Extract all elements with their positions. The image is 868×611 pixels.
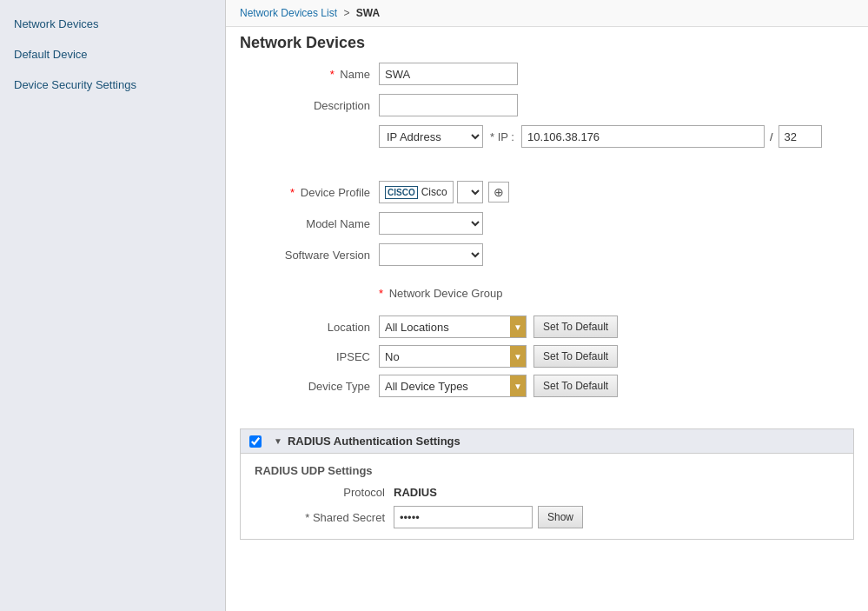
required-star-name: * [330, 68, 335, 81]
software-version-row: Software Version [240, 243, 854, 266]
ipsec-label: IPSEC [240, 350, 379, 363]
ipsec-row: IPSEC No ▼ Set To Default [240, 345, 854, 368]
radius-header: ▼ RADIUS Authentication Settings [241, 429, 853, 454]
location-dropdown[interactable]: All Locations ▼ [379, 315, 527, 338]
spacer2 [240, 169, 854, 181]
globe-button[interactable]: ⊕ [488, 182, 509, 203]
ip-label: * IP : [490, 130, 514, 143]
name-input[interactable] [379, 63, 518, 85]
protocol-row: Protocol RADIUS [255, 486, 839, 499]
software-version-label: Software Version [240, 249, 379, 262]
breadcrumb-separator: > [343, 7, 349, 19]
sidebar-item-device-security-settings[interactable]: Device Security Settings [0, 70, 225, 100]
ipsec-dropdown[interactable]: No ▼ [379, 345, 527, 368]
radius-title: RADIUS Authentication Settings [288, 435, 461, 448]
radius-udp-title: RADIUS UDP Settings [255, 464, 839, 477]
main-content: Network Devices List > SWA Network Devic… [226, 0, 868, 611]
name-label: * Name [240, 68, 379, 81]
model-name-select[interactable] [379, 212, 483, 235]
sidebar-item-default-device[interactable]: Default Device [0, 39, 225, 70]
software-version-select[interactable] [379, 243, 483, 266]
ip-type-select[interactable]: IP Address [379, 125, 483, 148]
location-value: All Locations [385, 321, 520, 334]
shared-secret-row: * Shared Secret Show [255, 506, 839, 528]
cidr-separator: / [770, 130, 773, 143]
model-name-row: Model Name [240, 212, 854, 235]
radius-checkbox[interactable] [249, 435, 262, 448]
device-profile-label: * Device Profile [240, 186, 379, 199]
spacer4 [240, 404, 854, 416]
sidebar-item-network-devices[interactable]: Network Devices [0, 9, 225, 39]
shared-secret-input[interactable] [394, 506, 533, 528]
cisco-profile-select[interactable] [457, 181, 483, 203]
device-type-label: Device Type [240, 380, 379, 393]
required-star-dp: * [290, 186, 295, 199]
location-row: Location All Locations ▼ Set To Default [240, 315, 854, 338]
breadcrumb-link[interactable]: Network Devices List [240, 7, 337, 19]
description-row: Description [240, 94, 854, 116]
required-star-ndg: * [379, 287, 383, 300]
radius-collapse-icon[interactable]: ▼ [274, 436, 282, 446]
spacer3 [240, 275, 854, 287]
form-area: * Name Description IP Address * IP : / [226, 63, 868, 554]
ip-input[interactable] [521, 125, 765, 148]
name-row: * Name [240, 63, 854, 85]
device-profile-row: * Device Profile CISCO Cisco ⊕ [240, 181, 854, 203]
device-type-set-default-button[interactable]: Set To Default [533, 375, 618, 397]
model-name-label: Model Name [240, 217, 379, 230]
show-button[interactable]: Show [538, 506, 583, 528]
protocol-value: RADIUS [394, 486, 437, 499]
description-label: Description [240, 99, 379, 112]
device-type-arrow-icon: ▼ [510, 375, 526, 396]
page-title: Network Devices [226, 27, 868, 63]
shared-secret-label: * Shared Secret [255, 511, 394, 524]
device-type-dropdown[interactable]: All Device Types ▼ [379, 375, 527, 397]
ndg-section-label: * Network Device Group [379, 287, 502, 300]
spacer1 [240, 156, 854, 169]
cisco-logo-icon: CISCO [385, 186, 418, 199]
device-type-value: All Device Types [385, 380, 520, 393]
breadcrumb: Network Devices List > SWA [226, 0, 868, 27]
cisco-badge: CISCO Cisco [379, 181, 454, 203]
description-input[interactable] [379, 94, 518, 116]
protocol-label: Protocol [255, 486, 394, 499]
location-arrow-icon: ▼ [510, 316, 526, 337]
radius-body: RADIUS UDP Settings Protocol RADIUS * Sh… [241, 454, 853, 539]
location-label: Location [240, 321, 379, 334]
sidebar: Network Devices Default Device Device Se… [0, 0, 226, 611]
radius-checkbox-container [249, 435, 268, 448]
ipsec-arrow-icon: ▼ [510, 346, 526, 367]
radius-section: ▼ RADIUS Authentication Settings RADIUS … [240, 428, 854, 540]
cidr-input[interactable] [779, 125, 822, 148]
ipsec-set-default-button[interactable]: Set To Default [533, 345, 618, 368]
location-set-default-button[interactable]: Set To Default [533, 315, 618, 338]
ndg-label-row: * Network Device Group [240, 287, 854, 307]
ipsec-value: No [385, 350, 520, 363]
ip-row: IP Address * IP : / [240, 125, 854, 148]
device-type-row: Device Type All Device Types ▼ Set To De… [240, 375, 854, 397]
breadcrumb-current: SWA [356, 7, 380, 19]
